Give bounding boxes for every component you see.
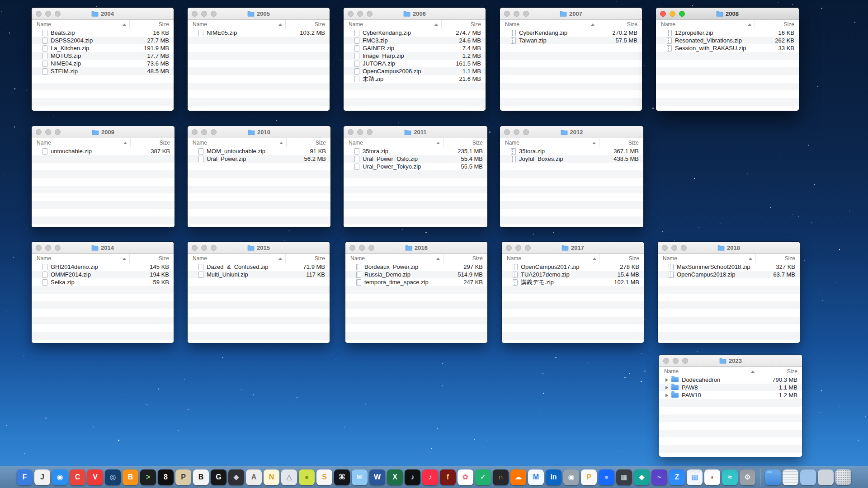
- dock-maps-icon[interactable]: M: [528, 469, 544, 485]
- window-titlebar[interactable]: 2017: [502, 242, 644, 254]
- dock-prism-icon[interactable]: △: [281, 469, 297, 485]
- finder-window-2012[interactable]: 2012 Name Size 35tora.zip367.1 MBJoyful_…: [500, 126, 643, 227]
- window-titlebar[interactable]: 2005: [188, 8, 330, 20]
- file-row[interactable]: Image_Harp.zip1.2 MB: [344, 52, 486, 60]
- dock-linkedin-icon[interactable]: in: [546, 469, 561, 485]
- file-row[interactable]: 35tora.zip235.1 MB: [344, 147, 487, 155]
- dock-finder-icon[interactable]: F: [17, 469, 33, 485]
- minimize-button[interactable]: [357, 11, 363, 17]
- minimize-button[interactable]: [201, 129, 207, 135]
- dock-downloads-folder-icon[interactable]: [765, 469, 781, 485]
- file-row[interactable]: OMMF2014.zip194 KB: [32, 271, 174, 278]
- zoom-button[interactable]: [55, 245, 61, 251]
- column-header-name[interactable]: Name: [502, 254, 599, 263]
- file-row[interactable]: Session_with_RAKASU.zip33 KB: [656, 44, 799, 52]
- minimize-button[interactable]: [670, 11, 675, 17]
- file-row[interactable]: Joyful_Boxes.zip438.5 MB: [500, 155, 643, 163]
- file-row[interactable]: FMC3.zip24.6 MB: [344, 37, 486, 44]
- zoom-button[interactable]: [523, 11, 529, 17]
- file-row[interactable]: Ural_Power_Oslo.zip55.4 MB: [344, 155, 487, 163]
- column-header-name[interactable]: Name: [32, 138, 130, 147]
- dock-pure-data-icon[interactable]: P: [175, 469, 191, 485]
- dock-check-icon[interactable]: ✓: [475, 469, 491, 485]
- file-row[interactable]: 12propeller.zip16 KB: [656, 29, 799, 37]
- dock-mail-icon[interactable]: ✉: [352, 469, 368, 485]
- close-button[interactable]: [660, 11, 666, 17]
- file-row[interactable]: MOTUS.zip17.7 MB: [32, 52, 174, 60]
- column-header-name[interactable]: Name: [500, 20, 598, 29]
- dock-excel-icon[interactable]: X: [387, 469, 403, 485]
- column-header-name[interactable]: Name: [656, 20, 755, 29]
- minimize-button[interactable]: [45, 245, 51, 251]
- file-row[interactable]: OpenCampus2006.zip1.1 MB: [344, 67, 486, 75]
- zoom-button[interactable]: [55, 129, 61, 135]
- file-row[interactable]: OpenCampus2018.zip63.7 MB: [658, 271, 800, 278]
- column-header-name[interactable]: Name: [188, 254, 285, 263]
- column-header-size[interactable]: Size: [443, 138, 487, 147]
- dock-safari-icon[interactable]: ◉: [52, 469, 68, 485]
- minimize-button[interactable]: [45, 129, 51, 135]
- dock-music-icon[interactable]: ♪: [422, 469, 438, 485]
- file-row[interactable]: Bordeaux_Power.zip297 KB: [345, 263, 487, 271]
- zoom-button[interactable]: [368, 245, 374, 251]
- file-row[interactable]: OpenCampus2017.zip278 KB: [502, 263, 644, 271]
- dock-sketch-icon[interactable]: S: [316, 469, 332, 485]
- finder-window-2017[interactable]: 2017 Name Size OpenCampus2017.zip278 KBT…: [502, 242, 644, 343]
- window-titlebar[interactable]: 2009: [32, 126, 175, 138]
- column-header-name[interactable]: Name: [658, 254, 755, 263]
- finder-window-2010[interactable]: 2010 Name Size MOM_untouchable.zip91 KBU…: [188, 126, 330, 227]
- column-header-size[interactable]: Size: [130, 138, 175, 147]
- dock-tennis-icon[interactable]: ●: [299, 469, 315, 485]
- close-button[interactable]: [349, 245, 355, 251]
- window-titlebar[interactable]: 2011: [344, 126, 487, 138]
- finder-window-2004[interactable]: 2004 Name Size Beats.zip16 KBDSPSS2004.z…: [32, 8, 174, 111]
- zoom-button[interactable]: [523, 129, 529, 135]
- column-header-size[interactable]: Size: [286, 138, 330, 147]
- minimize-button[interactable]: [201, 11, 207, 17]
- dock-rainbow-icon[interactable]: ◗: [704, 469, 720, 485]
- file-row[interactable]: Ural_Power_Tokyo.zip55.5 MB: [344, 163, 487, 170]
- zoom-button[interactable]: [55, 11, 61, 17]
- zoom-button[interactable]: [525, 245, 531, 251]
- column-header-name[interactable]: Name: [344, 138, 443, 147]
- column-header-size[interactable]: Size: [441, 20, 486, 29]
- file-row[interactable]: Dazed_&_Confused.zip71.9 MB: [188, 263, 330, 271]
- file-row[interactable]: TUA2017demo.zip15.4 MB: [502, 271, 644, 278]
- dock-documents-stack-icon[interactable]: [783, 469, 798, 485]
- folder-row[interactable]: PAW81.1 MB: [659, 384, 802, 391]
- column-header-size[interactable]: Size: [129, 254, 174, 263]
- finder-window-2008[interactable]: 2008 Name Size 12propeller.zip16 KBReson…: [656, 8, 799, 111]
- folder-row[interactable]: Dodecahedron790.3 MB: [659, 376, 802, 384]
- file-row[interactable]: GAINER.zip7.4 MB: [344, 44, 486, 52]
- dock-bitcoin-icon[interactable]: B: [123, 469, 138, 485]
- column-header-name[interactable]: Name: [32, 254, 129, 263]
- zoom-button[interactable]: [211, 245, 217, 251]
- minimize-button[interactable]: [45, 11, 51, 17]
- column-header-size[interactable]: Size: [598, 20, 642, 29]
- file-row[interactable]: DSPSS2004.zip27.7 MB: [32, 37, 174, 44]
- close-button[interactable]: [36, 129, 42, 135]
- file-row[interactable]: tempora_time_space.zip247 KB: [345, 278, 487, 286]
- disclosure-triangle-icon[interactable]: [665, 378, 668, 382]
- dock-pages-icon[interactable]: P: [581, 469, 597, 485]
- column-header-size[interactable]: Size: [285, 20, 330, 29]
- column-header-size[interactable]: Size: [443, 254, 487, 263]
- column-header-name[interactable]: Name: [500, 138, 599, 147]
- window-titlebar[interactable]: 2008: [656, 8, 799, 20]
- close-button[interactable]: [192, 11, 198, 17]
- column-header-size[interactable]: Size: [755, 20, 799, 29]
- column-header-size[interactable]: Size: [755, 254, 800, 263]
- window-titlebar[interactable]: 2015: [188, 242, 330, 254]
- zoom-button[interactable]: [211, 11, 217, 17]
- close-button[interactable]: [348, 129, 354, 135]
- minimize-button[interactable]: [673, 358, 679, 364]
- minimize-button[interactable]: [201, 245, 207, 251]
- file-row[interactable]: GHI2014demo.zip145 KB: [32, 263, 174, 271]
- file-row[interactable]: MaxSummerSchool2018.zip327 KB: [658, 263, 800, 271]
- column-header-name[interactable]: Name: [345, 254, 443, 263]
- file-row[interactable]: 35tora.zip367.1 MB: [500, 147, 643, 155]
- window-titlebar[interactable]: 2010: [188, 126, 330, 138]
- minimize-button[interactable]: [357, 129, 363, 135]
- dock-notes-icon[interactable]: N: [264, 469, 279, 485]
- dock-word-icon[interactable]: W: [369, 469, 385, 485]
